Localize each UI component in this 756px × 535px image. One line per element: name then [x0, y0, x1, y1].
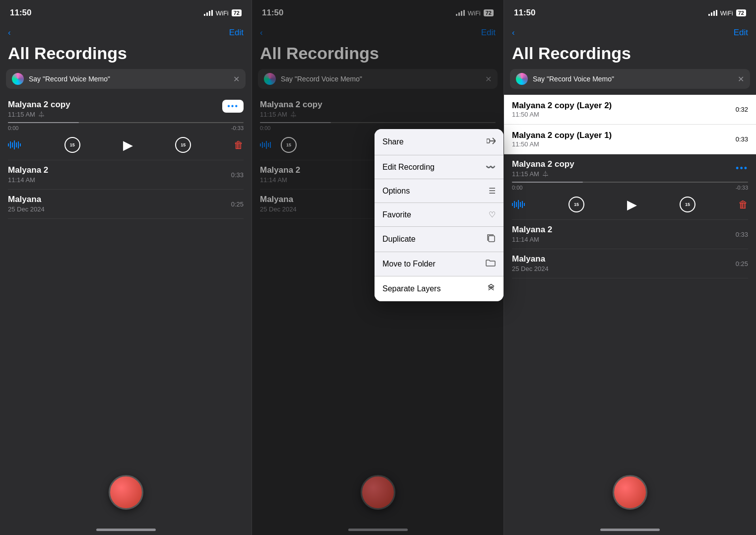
- recording-header-3c: Malyana 25 Dec 2024 0:25: [512, 254, 748, 273]
- menu-item-favorite[interactable]: Favorite ♡: [375, 203, 504, 227]
- delete-button-1[interactable]: 🗑: [234, 139, 244, 151]
- svg-rect-18: [516, 202, 517, 207]
- signal-icon-3: [708, 10, 717, 16]
- nav-bar-3: ‹ Edit: [504, 22, 756, 44]
- forward-button-1[interactable]: 15: [175, 137, 191, 153]
- more-dots-3[interactable]: •••: [736, 163, 748, 174]
- recording-duration-3: 0:25: [231, 201, 244, 208]
- record-btn-area-1: [0, 465, 252, 525]
- svg-rect-17: [514, 201, 515, 208]
- skip15-button-2[interactable]: 15: [281, 137, 297, 153]
- cloud-icon-1: ⏃: [38, 111, 45, 118]
- svg-rect-1: [10, 141, 11, 148]
- recording-item-active-1[interactable]: Malyana 2 copy 11:15 AM ⏃ ••• 0:00 -0:33: [8, 95, 244, 160]
- waveform-button-1[interactable]: [8, 139, 22, 150]
- time-start-1: 0:00: [8, 125, 18, 131]
- menu-label-duplicate: Duplicate: [382, 235, 416, 244]
- new-recording-layer2[interactable]: Malyana 2 copy (Layer 2) 11:50 AM 0:32: [504, 95, 756, 125]
- svg-rect-2: [12, 142, 13, 147]
- edit-button-2[interactable]: Edit: [481, 28, 496, 38]
- edit-button-3[interactable]: Edit: [734, 28, 748, 38]
- delete-button-3[interactable]: 🗑: [738, 199, 748, 210]
- wifi-icon-1: WiFi: [216, 9, 229, 17]
- more-button-1[interactable]: •••: [222, 100, 244, 113]
- record-button-1[interactable]: [109, 475, 143, 510]
- waveform-progress-2: [260, 122, 331, 123]
- waveform-bar-3: [512, 182, 748, 183]
- cloud-icon-3: ⏃: [542, 170, 549, 178]
- new-recordings-section: Malyana 2 copy (Layer 2) 11:50 AM 0:32 M…: [504, 95, 756, 154]
- siri-bar-2[interactable]: Say "Record Voice Memo" ✕: [258, 69, 498, 89]
- new-recording-duration-layer2: 0:32: [736, 106, 748, 113]
- svg-rect-3: [14, 140, 15, 149]
- recording-duration-2c: 0:33: [736, 231, 748, 238]
- home-bar-2: [348, 529, 408, 531]
- menu-item-duplicate[interactable]: Duplicate: [375, 227, 504, 252]
- menu-label-separate-layers: Separate Layers: [382, 284, 441, 293]
- status-icons-3: WiFi 72: [708, 9, 746, 17]
- back-button-2[interactable]: ‹: [260, 28, 263, 38]
- forward-button-3[interactable]: 15: [680, 197, 695, 212]
- record-button-2[interactable]: [361, 475, 395, 510]
- menu-item-move-folder[interactable]: Move to Folder: [375, 252, 504, 276]
- status-bar-3: 11:50 WiFi 72: [504, 0, 756, 22]
- recording-header-active-2: Malyana 2 copy 11:15 AM ⏃: [260, 100, 496, 118]
- svg-rect-16: [512, 203, 513, 206]
- menu-item-options[interactable]: Options ☰: [375, 179, 504, 203]
- status-bar-2: 11:50 WiFi 72: [252, 0, 504, 22]
- recording-item-active-3[interactable]: Malyana 2 copy 11:15 AM ⏃ ••• 0:00 -0:33: [512, 154, 748, 220]
- recording-item-2c[interactable]: Malyana 2 11:14 AM 0:33: [512, 220, 748, 249]
- svg-rect-7: [260, 143, 261, 146]
- new-recording-time-layer2: 11:50 AM: [512, 111, 612, 118]
- menu-item-share[interactable]: Share: [375, 129, 504, 155]
- wifi-icon-3: WiFi: [720, 9, 733, 17]
- play-button-3[interactable]: ▶: [627, 197, 637, 212]
- play-button-1[interactable]: ▶: [123, 137, 133, 153]
- siri-close-3[interactable]: ✕: [738, 74, 744, 84]
- menu-label-edit-recording: Edit Recording: [382, 163, 435, 172]
- rewind-button-1[interactable]: 15: [64, 137, 80, 153]
- phone-panel-1: 11:50 WiFi 72 ‹ Edit All Recordings Say …: [0, 0, 252, 535]
- recording-time-active-3: 11:15 AM: [512, 170, 539, 178]
- separate-layers-icon: [487, 283, 496, 294]
- recording-header-3: Malyana 25 Dec 2024 0:25: [8, 195, 244, 213]
- record-button-3[interactable]: [613, 475, 647, 510]
- siri-bar-3[interactable]: Say "Record Voice Memo" ✕: [510, 69, 750, 89]
- menu-item-separate-layers[interactable]: Separate Layers: [375, 276, 504, 301]
- svg-rect-0: [8, 143, 9, 146]
- new-recording-layer1[interactable]: Malyana 2 copy (Layer 1) 11:50 AM 0:33: [504, 125, 756, 154]
- svg-rect-5: [18, 141, 19, 148]
- recording-meta-1: 11:15 AM ⏃: [8, 111, 70, 118]
- recording-item-3[interactable]: Malyana 25 Dec 2024 0:25: [8, 190, 244, 219]
- svg-rect-20: [520, 202, 521, 207]
- back-button-1[interactable]: ‹: [8, 28, 11, 38]
- new-recording-name-layer1: Malyana 2 copy (Layer 1): [512, 131, 612, 140]
- siri-bar-1[interactable]: Say "Record Voice Memo" ✕: [6, 69, 246, 89]
- siri-close-2[interactable]: ✕: [485, 74, 492, 84]
- status-bar-1: 11:50 WiFi 72: [0, 0, 252, 22]
- rewind-button-3[interactable]: 15: [568, 197, 584, 212]
- svg-rect-12: [270, 142, 271, 148]
- siri-orb-2: [264, 73, 276, 85]
- recording-time-active-2: 11:15 AM: [260, 111, 287, 118]
- recording-header-2: Malyana 2 11:14 AM 0:33: [8, 165, 244, 184]
- waveform-button-2[interactable]: [260, 140, 271, 149]
- waveform-progress-1: [8, 122, 79, 123]
- siri-text-1: Say "Record Voice Memo": [29, 75, 228, 83]
- menu-item-edit-recording[interactable]: Edit Recording 〰️: [375, 155, 504, 179]
- back-button-3[interactable]: ‹: [512, 28, 515, 38]
- nav-bar-1: ‹ Edit: [0, 22, 252, 44]
- siri-close-1[interactable]: ✕: [233, 74, 240, 84]
- signal-icon-2: [456, 10, 465, 16]
- skip-back-circle-3: 15: [568, 197, 584, 212]
- recording-meta-active-3: 11:15 AM ⏃: [512, 170, 574, 178]
- recording-item-3c[interactable]: Malyana 25 Dec 2024 0:25: [512, 249, 748, 278]
- recording-item-2[interactable]: Malyana 2 11:14 AM 0:33: [8, 160, 244, 190]
- recording-time-3: 25 Dec 2024: [8, 205, 45, 213]
- waveform-button-3[interactable]: [512, 199, 526, 210]
- edit-button-1[interactable]: Edit: [229, 28, 244, 38]
- recording-name-2b: Malyana 2: [260, 165, 300, 175]
- phone-panel-2: 11:50 WiFi 72 ‹ Edit All Recordings Say …: [252, 0, 504, 535]
- edit-recording-icon: 〰️: [486, 162, 496, 172]
- svg-rect-8: [262, 142, 263, 148]
